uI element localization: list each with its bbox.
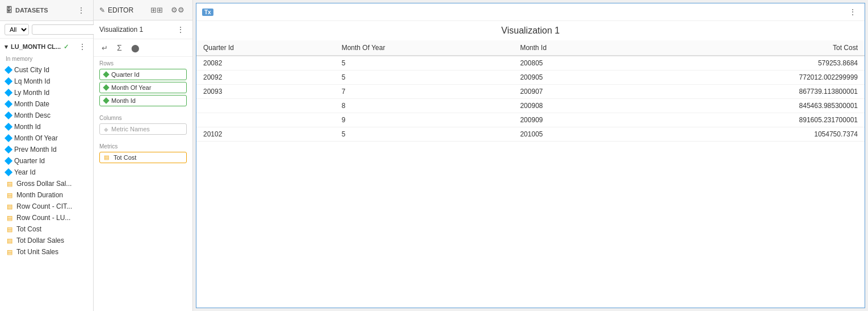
cell-month-id: 200909 <box>513 113 639 127</box>
metric-icon: ▤ <box>6 248 14 256</box>
cell-month-of-year: 5 <box>335 127 514 142</box>
db-icon: 🗄 <box>6 6 12 14</box>
table-row: 20093 7 200907 867739.113800001 <box>196 85 865 99</box>
dimension-icon <box>5 66 12 74</box>
cell-month-of-year: 5 <box>335 56 514 71</box>
datasets-list: LU_MONTH CL... ✓ In memory Cust City Id … <box>0 39 93 311</box>
arrow-back-button[interactable]: ↵ <box>99 43 110 53</box>
field-tot-unit-sales[interactable]: ▤ Tot Unit Sales <box>0 246 93 258</box>
editor-header-left: EDITOR <box>99 6 133 14</box>
field-label: Lq Month Id <box>14 77 50 85</box>
viz-header: Tx <box>196 3 865 21</box>
cell-tot-cost: 867739.113800001 <box>639 85 865 99</box>
paint-button[interactable]: ⬤ <box>129 43 142 53</box>
cell-month-id: 200907 <box>513 85 639 99</box>
sigma-button[interactable]: Σ <box>115 42 124 53</box>
viz-menu-button[interactable] <box>846 6 859 18</box>
field-label: Cust City Id <box>14 66 49 74</box>
dataset-group-header[interactable]: LU_MONTH CL... ✓ <box>0 39 93 55</box>
dimension-icon <box>5 100 12 108</box>
rows-field-label: Month Of Year <box>111 84 151 91</box>
viz-title: Visualization 1 <box>196 21 865 40</box>
cell-month-id: 200905 <box>513 71 639 85</box>
dimension-chip-icon <box>103 84 109 90</box>
metric-icon: ▤ <box>6 214 14 222</box>
dimension-chip-icon <box>103 71 109 77</box>
field-lq-month-id[interactable]: Lq Month Id <box>0 76 93 87</box>
cell-quarter-id: 20093 <box>196 85 335 99</box>
filter-button[interactable]: ⊞ <box>148 5 165 15</box>
field-label: Tot Unit Sales <box>16 248 58 256</box>
field-ly-month-id[interactable]: Ly Month Id <box>0 87 93 98</box>
cell-tot-cost: 1054750.7374 <box>639 127 865 142</box>
metric-names-icon: ◆ <box>104 126 108 132</box>
datasets-header-left: 🗄 DATASETS <box>6 6 48 14</box>
datasets-menu-button[interactable] <box>75 5 87 16</box>
datasets-filter-select[interactable]: All <box>5 24 29 35</box>
field-cust-city-id[interactable]: Cust City Id <box>0 64 93 76</box>
dimension-icon <box>5 77 12 85</box>
rows-label: Rows <box>99 60 187 67</box>
editor-header: EDITOR ⊞ ⚙ <box>94 0 192 20</box>
datasets-header-label: DATASETS <box>15 7 48 14</box>
dataset-sublabel: In memory <box>0 55 93 64</box>
dimension-fields-list: Cust City Id Lq Month Id Ly Month Id Mon… <box>0 64 93 258</box>
cell-quarter-id <box>196 113 335 127</box>
editor-viz-menu-button[interactable] <box>174 24 187 35</box>
field-quarter-id[interactable]: Quarter Id <box>0 155 93 167</box>
field-label: Ly Month Id <box>14 89 49 97</box>
field-gross-dollar-sales[interactable]: ▤ Gross Dollar Sal... <box>0 178 93 189</box>
dataset-menu-button[interactable] <box>76 41 89 52</box>
columns-label: Columns <box>99 115 187 121</box>
rows-field-month-of-year[interactable]: Month Of Year <box>99 82 187 93</box>
dimension-icon <box>5 157 12 165</box>
metrics-field-tot-cost[interactable]: ▤ Tot Cost <box>99 152 187 163</box>
field-month-of-year[interactable]: Month Of Year <box>0 132 93 144</box>
dimension-icon <box>5 134 12 142</box>
field-label: Year Id <box>14 168 36 176</box>
table-row: 20082 5 200805 579253.8684 <box>196 56 865 71</box>
visualization-panel: Tx Visualization 1 Quarter Id Month Of Y… <box>196 3 865 308</box>
field-month-desc[interactable]: Month Desc <box>0 110 93 121</box>
columns-section: Columns ◆ Metric Names <box>94 111 192 140</box>
dimension-icon <box>5 123 12 131</box>
cell-tot-cost: 891605.231700001 <box>639 113 865 127</box>
cell-tot-cost: 579253.8684 <box>639 56 865 71</box>
field-prev-month-id[interactable]: Prev Month Id <box>0 144 93 155</box>
rows-field-label: Quarter Id <box>111 71 140 78</box>
cell-month-of-year: 7 <box>335 85 514 99</box>
field-label: Month Of Year <box>14 134 58 142</box>
metric-icon: ▤ <box>6 191 14 199</box>
metric-icon: ▤ <box>6 202 14 210</box>
editor-header-label: EDITOR <box>108 6 133 14</box>
metrics-section: Metrics ▤ Tot Cost <box>94 140 192 168</box>
cell-month-id: 201005 <box>513 127 639 142</box>
field-tot-cost[interactable]: ▤ Tot Cost <box>0 223 93 235</box>
field-month-duration[interactable]: ▤ Month Duration <box>0 189 93 201</box>
rows-field-month-id[interactable]: Month Id <box>99 95 187 106</box>
columns-field-metric-names[interactable]: ◆ Metric Names <box>99 123 187 135</box>
metric-icon: ▤ <box>6 225 14 233</box>
field-row-count-cit[interactable]: ▤ Row Count - CIT... <box>0 201 93 212</box>
rows-field-quarter-id[interactable]: Quarter Id <box>99 69 187 80</box>
dimension-icon <box>5 111 12 119</box>
cell-tot-cost: 772012.002299999 <box>639 71 865 85</box>
editor-header-icons: ⊞ ⚙ <box>148 5 187 15</box>
cell-month-of-year: 9 <box>335 113 514 127</box>
field-month-date[interactable]: Month Date <box>0 98 93 110</box>
settings-button[interactable]: ⚙ <box>169 5 187 15</box>
field-label: Quarter Id <box>14 157 45 165</box>
field-month-id[interactable]: Month Id <box>0 121 93 132</box>
cell-month-of-year: 8 <box>335 99 514 113</box>
col-quarter-id: Quarter Id <box>196 40 335 56</box>
field-row-count-lu[interactable]: ▤ Row Count - LU... <box>0 212 93 223</box>
table-row: 20102 5 201005 1054750.7374 <box>196 127 865 142</box>
field-tot-dollar-sales[interactable]: ▤ Tot Dollar Sales <box>0 235 93 246</box>
editor-viz-name: Visualization 1 <box>99 26 143 34</box>
metric-icon: ▤ <box>6 180 14 188</box>
cell-month-id: 200805 <box>513 56 639 71</box>
field-label: Month Desc <box>14 111 51 119</box>
dimension-icon <box>5 89 12 97</box>
field-year-id[interactable]: Year Id <box>0 167 93 178</box>
cell-quarter-id: 20092 <box>196 71 335 85</box>
